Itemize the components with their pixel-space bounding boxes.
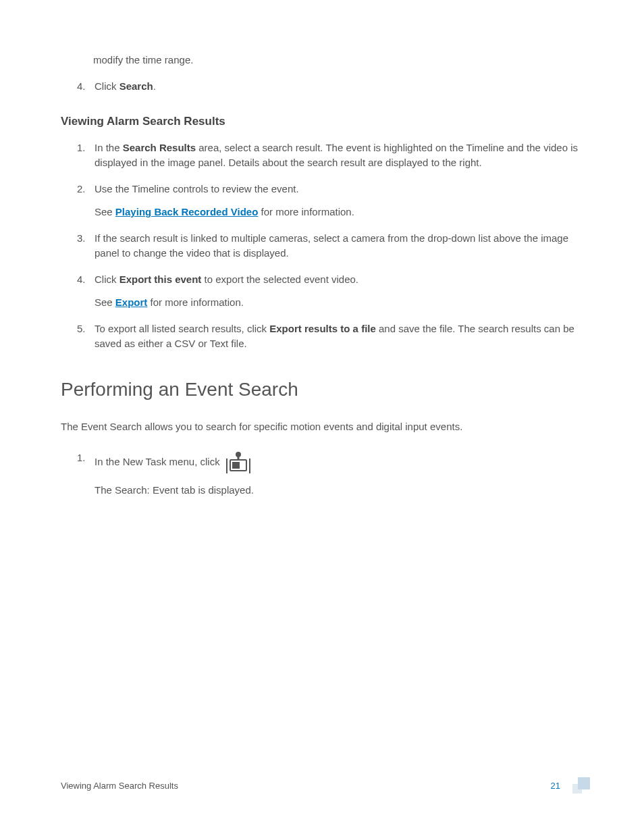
list-item: In the New Task menu, click The Search: … [92, 450, 583, 498]
text: The Search: Event tab is displayed. [95, 483, 583, 498]
viewing-results-list: In the Search Results area, select a sea… [61, 140, 583, 352]
text: Use the Timeline controls to review the … [95, 183, 299, 194]
heading-performing-event-search: Performing an Event Search [61, 379, 583, 400]
bold-text: Export this event [119, 273, 202, 285]
link-export[interactable]: Export [115, 296, 148, 308]
text: In the New Task menu, click [95, 456, 220, 467]
event-search-list: In the New Task menu, click The Search: … [61, 450, 583, 498]
text: To export all listed search results, cli… [95, 323, 269, 334]
svg-rect-0 [226, 459, 227, 473]
list-item: Click Export this event to export the se… [92, 272, 583, 311]
page-footer: Viewing Alarm Search Results 21 [61, 777, 590, 793]
svg-rect-1 [249, 459, 250, 473]
svg-rect-5 [232, 462, 240, 469]
page-number: 21 [551, 781, 560, 791]
continued-list: Click Search. [61, 79, 583, 95]
list-item: Click Search. [92, 79, 583, 95]
list-item: To export all listed search results, cli… [92, 321, 583, 352]
bold-text: Export results to a file [269, 323, 376, 334]
bold-text: Search Results [123, 142, 196, 153]
text: for more information. [258, 206, 354, 217]
bold-text: Search [119, 80, 153, 92]
text: for more information. [147, 296, 244, 308]
text: Click [95, 273, 119, 285]
list-item: In the Search Results area, select a sea… [92, 140, 583, 171]
text: If the search result is linked to multip… [95, 232, 568, 259]
text: See [95, 206, 115, 217]
continued-paragraph: modify the time range. [93, 54, 583, 66]
list-item: Use the Timeline controls to review the … [92, 182, 583, 220]
text: In the [95, 142, 123, 153]
footer-decoration-icon [568, 777, 590, 793]
event-search-icon [224, 450, 252, 475]
text: . [153, 80, 156, 92]
text: See [95, 296, 115, 308]
svg-point-2 [236, 452, 241, 457]
text: to export the selected event video. [201, 273, 358, 285]
heading-viewing-results: Viewing Alarm Search Results [61, 115, 583, 128]
event-search-intro: The Event Search allows you to search fo… [61, 419, 583, 435]
text: Click [95, 80, 119, 92]
footer-section-title: Viewing Alarm Search Results [61, 781, 178, 791]
list-item: If the search result is linked to multip… [92, 231, 583, 261]
link-playing-back-video[interactable]: Playing Back Recorded Video [115, 206, 258, 217]
